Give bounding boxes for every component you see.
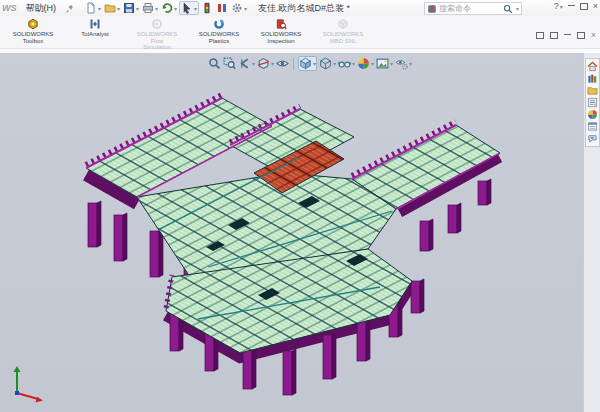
- chevron-down-icon[interactable]: ▾: [98, 5, 101, 12]
- addin-solidworks-mbd-snl[interactable]: SOLIDWORKS MBD SNL: [312, 16, 374, 48]
- chevron-down-icon[interactable]: ▾: [155, 5, 158, 12]
- heads-up-view-toolbar: ▾ ▾ ▾ ▾ ▾ ▾ ▾ ▾: [208, 56, 412, 71]
- quick-access-toolbar: ▾ ▾ ▾ ▾ ▾ ▾ ▾: [84, 1, 248, 15]
- undo-button[interactable]: ▾: [160, 2, 178, 14]
- solidworks-logo-fragment: WS: [2, 3, 17, 13]
- title-bar: WS 帮助(H) ▾ ▾ ▾ ▾ ▾ ▾ ▾ 友佳.欧尚名城D#总装 * 搜索命…: [0, 0, 600, 17]
- help-button[interactable]: ?▾: [554, 1, 563, 11]
- doc-icon-box[interactable]: [536, 32, 544, 39]
- tab-file-explorer[interactable]: [587, 85, 598, 96]
- chevron-down-icon[interactable]: ▾: [333, 60, 336, 67]
- section-view-button[interactable]: ▾: [257, 57, 274, 70]
- plastics-icon: [213, 18, 225, 30]
- ribbon-addins: SOLIDWORKS Toolbox TolAnalyst SOLIDWORKS…: [0, 16, 600, 49]
- toolbox-icon: [27, 18, 39, 30]
- addin-label: Toolbox: [23, 38, 44, 45]
- toolbar-separator: [293, 58, 294, 70]
- search-placeholder: 搜索命令: [439, 3, 471, 14]
- hide-show-items-button[interactable]: ▾: [338, 57, 355, 70]
- tab-solidworks-forum[interactable]: [587, 133, 598, 144]
- addin-solidworks-toolbox[interactable]: SOLIDWORKS Toolbox: [2, 16, 64, 48]
- chevron-down-icon[interactable]: ▾: [136, 5, 139, 12]
- zoom-to-fit-button[interactable]: [208, 57, 221, 70]
- display-style-button[interactable]: ▾: [319, 57, 336, 70]
- search-commands-box[interactable]: 搜索命令 ▾: [424, 2, 522, 15]
- view-settings-button[interactable]: ▾: [395, 57, 412, 70]
- addin-solidworks-inspection[interactable]: SOLIDWORKS Inspection: [250, 16, 312, 48]
- zoom-to-area-button[interactable]: [223, 57, 236, 70]
- window-controls: ?▾ ×: [554, 1, 598, 11]
- doc-restore-button[interactable]: [577, 32, 585, 39]
- mbd-snl-icon: [337, 18, 349, 30]
- edit-appearance-button[interactable]: ▾: [357, 57, 374, 70]
- document-window-controls: ×: [536, 30, 596, 40]
- task-pane-tabs: [585, 58, 600, 147]
- chevron-down-icon[interactable]: ▾: [516, 5, 519, 12]
- doc-close-button[interactable]: ×: [591, 30, 596, 40]
- graphics-viewport[interactable]: ▾ ▾ ▾ ▾ ▾ ▾ ▾ ▾: [0, 53, 584, 412]
- addin-label: TolAnalyst: [81, 31, 108, 38]
- tab-solidworks-resources[interactable]: [587, 61, 598, 72]
- chevron-down-icon[interactable]: ▾: [244, 5, 247, 12]
- solidworks-search-icon: [427, 4, 437, 14]
- tab-design-library[interactable]: [587, 73, 598, 84]
- addin-flow-simulation[interactable]: SOLIDWORKS Flow Simulation: [126, 16, 188, 48]
- assembly-3d-model[interactable]: [0, 53, 584, 412]
- tolanalyst-icon: [89, 18, 101, 30]
- select-button[interactable]: ▾: [179, 1, 199, 15]
- pin-menu-icon[interactable]: [65, 3, 76, 14]
- inspection-icon: [275, 18, 287, 30]
- origin-triad: [14, 366, 44, 402]
- flow-simulation-icon: [151, 18, 163, 30]
- view-orientation-button[interactable]: ▾: [298, 56, 317, 71]
- chevron-down-icon[interactable]: ▾: [313, 60, 316, 67]
- chevron-down-icon: ▾: [560, 4, 563, 10]
- chevron-down-icon[interactable]: ▾: [409, 60, 412, 67]
- chevron-down-icon[interactable]: ▾: [352, 60, 355, 67]
- open-document-button[interactable]: ▾: [103, 2, 121, 14]
- chevron-down-icon[interactable]: ▾: [390, 60, 393, 67]
- addin-solidworks-plastics[interactable]: SOLIDWORKS Plastics: [188, 16, 250, 48]
- addin-label: Inspection: [267, 38, 294, 45]
- addin-label: Plastics: [209, 38, 230, 45]
- rebuild-traffic-light-button[interactable]: [200, 2, 214, 14]
- search-magnifier-icon[interactable]: [503, 4, 513, 14]
- save-button[interactable]: ▾: [122, 2, 140, 14]
- doc-minimize-button[interactable]: [564, 34, 571, 35]
- chevron-down-icon[interactable]: ▾: [174, 5, 177, 12]
- print-button[interactable]: ▾: [141, 2, 159, 14]
- close-button[interactable]: ×: [593, 1, 598, 11]
- menu-help[interactable]: 帮助(H): [21, 2, 62, 15]
- options-gear-button[interactable]: ▾: [230, 2, 248, 14]
- tab-view-palette[interactable]: [587, 97, 598, 108]
- document-title: 友佳.欧尚名城D#总装 *: [258, 2, 350, 15]
- file-properties-button[interactable]: [215, 2, 229, 14]
- restore-button[interactable]: [580, 3, 588, 10]
- chevron-down-icon[interactable]: ▾: [271, 60, 274, 67]
- minimize-button[interactable]: [568, 5, 575, 6]
- tab-custom-properties[interactable]: [587, 121, 598, 132]
- previous-view-button[interactable]: ▾: [238, 57, 255, 70]
- apply-scene-button[interactable]: ▾: [376, 57, 393, 70]
- chevron-down-icon[interactable]: ▾: [252, 60, 255, 67]
- addin-tolanalyst[interactable]: TolAnalyst: [64, 16, 126, 48]
- solidworks-window: WS 帮助(H) ▾ ▾ ▾ ▾ ▾ ▾ ▾ 友佳.欧尚名城D#总装 * 搜索命…: [0, 0, 600, 412]
- task-pane-strip: [583, 53, 600, 412]
- dynamic-annotation-button[interactable]: [276, 57, 289, 70]
- tab-appearances-scenes-decals[interactable]: [587, 109, 598, 120]
- chevron-down-icon[interactable]: ▾: [117, 5, 120, 12]
- addin-label: MBD SNL: [330, 38, 357, 45]
- new-document-button[interactable]: ▾: [84, 2, 102, 14]
- chevron-down-icon[interactable]: ▾: [371, 60, 374, 67]
- doc-icon-box[interactable]: [550, 32, 558, 39]
- chevron-down-icon[interactable]: ▾: [194, 5, 197, 12]
